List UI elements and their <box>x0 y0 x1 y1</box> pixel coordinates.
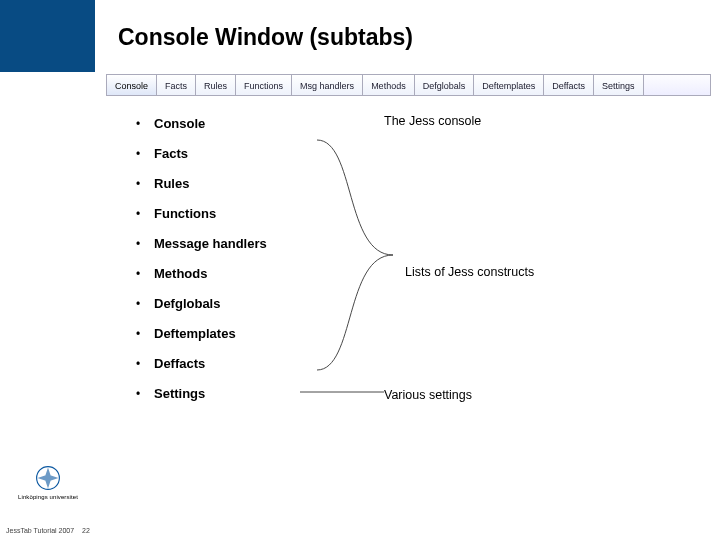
list-item-label: Message handlers <box>154 236 267 251</box>
bullet-icon: • <box>136 327 154 341</box>
list-item-label: Methods <box>154 266 207 281</box>
tab-functions[interactable]: Functions <box>236 75 292 95</box>
list-item: •Rules <box>136 176 456 191</box>
tab-defglobals[interactable]: Defglobals <box>415 75 475 95</box>
annotation-constructs: Lists of Jess constructs <box>405 265 534 279</box>
tab-settings[interactable]: Settings <box>594 75 644 95</box>
annotation-settings: Various settings <box>384 388 472 402</box>
annotation-console: The Jess console <box>384 114 481 128</box>
list-item: •Facts <box>136 146 456 161</box>
list-item-label: Console <box>154 116 205 131</box>
tab-methods[interactable]: Methods <box>363 75 415 95</box>
list-item-label: Facts <box>154 146 188 161</box>
bullet-icon: • <box>136 267 154 281</box>
tab-label: Defglobals <box>423 81 466 91</box>
bullet-icon: • <box>136 207 154 221</box>
bullet-icon: • <box>136 297 154 311</box>
tab-label: Methods <box>371 81 406 91</box>
tab-rules[interactable]: Rules <box>196 75 236 95</box>
tab-msg-handlers[interactable]: Msg handlers <box>292 75 363 95</box>
bullet-icon: • <box>136 387 154 401</box>
list-item-label: Settings <box>154 386 205 401</box>
bullet-icon: • <box>136 117 154 131</box>
tab-deftemplates[interactable]: Deftemplates <box>474 75 544 95</box>
seal-icon <box>34 464 62 492</box>
list-item-label: Functions <box>154 206 216 221</box>
list-item-label: Deftemplates <box>154 326 236 341</box>
list-item-label: Defglobals <box>154 296 220 311</box>
page-title: Console Window (subtabs) <box>118 24 413 51</box>
bullet-icon: • <box>136 357 154 371</box>
university-name: Linköpings universitet <box>18 494 78 500</box>
left-band <box>0 0 95 72</box>
list-item: •Defglobals <box>136 296 456 311</box>
tab-console[interactable]: Console <box>107 75 157 95</box>
tab-facts[interactable]: Facts <box>157 75 196 95</box>
tab-label: Settings <box>602 81 635 91</box>
tab-label: Functions <box>244 81 283 91</box>
bullet-icon: • <box>136 237 154 251</box>
bullet-icon: • <box>136 147 154 161</box>
list-item: •Functions <box>136 206 456 221</box>
tab-label: Deftemplates <box>482 81 535 91</box>
tab-label: Rules <box>204 81 227 91</box>
arrow-line-icon <box>300 388 384 396</box>
page-number: 22 <box>82 527 90 534</box>
list-item-label: Deffacts <box>154 356 205 371</box>
slide: Console Window (subtabs) Console Facts R… <box>0 0 720 540</box>
tab-label: Msg handlers <box>300 81 354 91</box>
list-item: •Deffacts <box>136 356 456 371</box>
tab-deffacts[interactable]: Deffacts <box>544 75 594 95</box>
tab-label: Deffacts <box>552 81 585 91</box>
bullet-icon: • <box>136 177 154 191</box>
list-item: •Deftemplates <box>136 326 456 341</box>
list-item: •Message handlers <box>136 236 456 251</box>
brace-icon <box>315 130 397 380</box>
tab-label: Console <box>115 81 148 91</box>
university-logo: Linköpings universitet <box>18 464 78 500</box>
footer-text: JessTab Tutorial 2007 <box>6 527 74 534</box>
tab-label: Facts <box>165 81 187 91</box>
list-item-label: Rules <box>154 176 189 191</box>
tabstrip: Console Facts Rules Functions Msg handle… <box>106 74 711 96</box>
